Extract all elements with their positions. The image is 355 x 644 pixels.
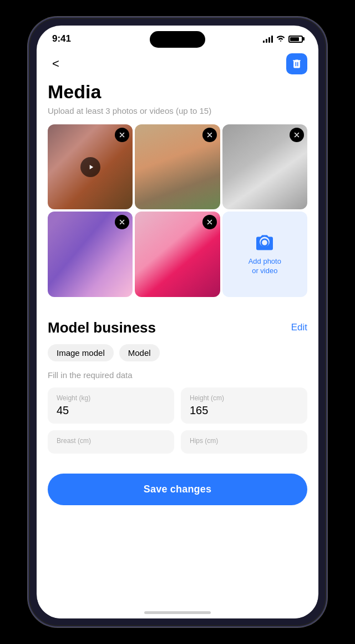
dynamic-island	[150, 31, 205, 48]
wifi-icon	[276, 34, 285, 43]
hips-label: Hips (cm)	[190, 437, 298, 445]
required-label: Fill in the required data	[48, 370, 307, 380]
page-content: < Media Upload at least 3 photos or vide…	[37, 49, 318, 601]
breast-field[interactable]: Breast (cm)	[48, 430, 174, 454]
height-field[interactable]: Height (cm) 165	[181, 388, 307, 424]
remove-media-1[interactable]	[115, 128, 129, 142]
status-time: 9:41	[52, 33, 71, 44]
media-item-5[interactable]	[135, 212, 220, 296]
media-grid: Add photoor video	[37, 124, 318, 308]
weight-value: 45	[57, 404, 165, 417]
back-button[interactable]: <	[48, 54, 64, 73]
add-media-button[interactable]: Add photoor video	[222, 212, 307, 296]
status-icons	[263, 34, 303, 43]
top-nav: <	[37, 49, 318, 81]
media-item-4[interactable]	[48, 212, 133, 296]
add-media-label: Add photoor video	[248, 257, 281, 276]
remove-media-3[interactable]	[290, 128, 304, 142]
remove-media-5[interactable]	[202, 215, 217, 229]
battery-icon	[288, 36, 303, 43]
remove-media-2[interactable]	[202, 128, 217, 142]
hips-field[interactable]: Hips (cm)	[181, 430, 307, 454]
fields-grid: Weight (kg) 45 Height (cm) 165 Breast (c…	[48, 388, 307, 454]
weight-label: Weight (kg)	[57, 394, 165, 402]
media-item-3[interactable]	[222, 124, 307, 209]
height-value: 165	[190, 404, 298, 417]
camera-icon	[255, 233, 275, 253]
remove-media-4[interactable]	[115, 215, 129, 229]
height-label: Height (cm)	[190, 394, 298, 402]
signal-icon	[263, 35, 273, 43]
status-bar: 9:41	[37, 26, 318, 49]
tags-row: Image model Model	[48, 344, 307, 361]
media-item-1[interactable]	[48, 124, 133, 209]
save-area: Save changes	[37, 465, 318, 516]
model-business-section: Model business Edit Image model Model Fi…	[37, 308, 318, 465]
home-indicator	[37, 601, 318, 618]
save-button[interactable]: Save changes	[48, 474, 307, 505]
delete-button[interactable]	[286, 53, 307, 74]
edit-button[interactable]: Edit	[291, 322, 307, 333]
section-title: Model business	[48, 319, 156, 336]
home-bar	[144, 611, 211, 614]
weight-field[interactable]: Weight (kg) 45	[48, 388, 174, 424]
breast-label: Breast (cm)	[57, 437, 165, 445]
page-title: Media	[37, 81, 318, 106]
section-header: Model business Edit	[48, 319, 307, 336]
play-button-1[interactable]	[80, 157, 100, 177]
trash-icon	[291, 58, 302, 69]
tag-model[interactable]: Model	[119, 344, 160, 361]
media-item-2[interactable]	[135, 124, 220, 209]
page-subtitle: Upload at least 3 photos or videos (up t…	[37, 106, 318, 124]
tag-image-model[interactable]: Image model	[48, 344, 114, 361]
